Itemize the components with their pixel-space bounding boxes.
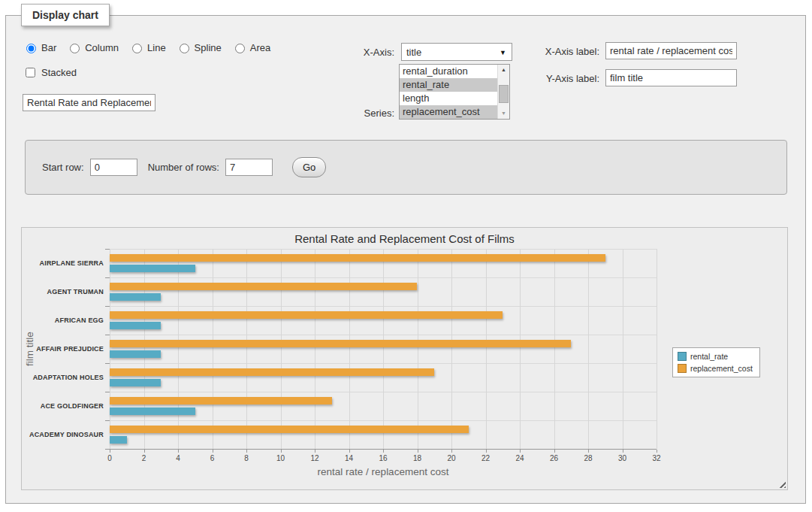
legend-label: rental_rate [690, 352, 728, 361]
category-label: AFFAIR PREJUDICE [24, 345, 104, 353]
chart-type-radio-column[interactable] [70, 44, 80, 53]
chart-type-option-line: Line [128, 41, 166, 53]
chart-plot-area: 02468101214161820222426283032AIRPLANE SI… [110, 249, 657, 449]
bar-rental_rate [110, 293, 161, 301]
x-axis-tick [623, 450, 623, 453]
x-axis-tick-label: 22 [475, 454, 497, 462]
resize-grip[interactable] [777, 480, 786, 488]
chart-type-radio-spline[interactable] [180, 44, 189, 53]
chart-type-radio-line[interactable] [132, 44, 142, 53]
series-scrollbar[interactable]: ▲ ▼ [497, 65, 509, 119]
category-label: ADAPTATION HOLES [24, 374, 104, 381]
x-axis-tick [520, 450, 521, 453]
start-row-input[interactable] [90, 159, 137, 176]
gridline-vertical [657, 249, 657, 449]
x-axis-tick [213, 450, 213, 453]
gridline-vertical [520, 249, 521, 449]
y-axis-title: film title [24, 332, 35, 366]
x-axis-tick-label: 24 [509, 454, 531, 462]
chart-container: Rental Rate and Replacement Cost of Film… [21, 227, 788, 490]
scroll-down-icon[interactable]: ▼ [498, 108, 509, 119]
x-axis-tick [486, 450, 487, 453]
gridline-vertical [383, 249, 384, 449]
gridline-vertical [554, 249, 555, 449]
gridline-vertical [486, 249, 487, 449]
gridline-vertical [281, 249, 282, 449]
chart-type-option-area: Area [231, 41, 270, 53]
category-label: ACADEMY DINOSAUR [24, 431, 104, 438]
legend-swatch-icon [678, 364, 687, 373]
scroll-up-icon[interactable]: ▲ [498, 65, 509, 75]
dropdown-arrow-icon: ▼ [500, 49, 506, 56]
bar-rental_rate [110, 350, 161, 358]
chart-type-option-bar: Bar [23, 41, 56, 53]
chart-type-label: Line [147, 42, 166, 53]
gridline-vertical [623, 249, 623, 449]
x-axis-tick-label: 10 [270, 454, 292, 462]
x-axis-label-input[interactable] [605, 42, 737, 59]
gridline-vertical [213, 249, 213, 449]
legend-entry-rental_rate[interactable]: rental_rate [678, 352, 753, 361]
pager-panel: Start row: Number of rows: Go [25, 140, 787, 195]
number-of-rows-input[interactable] [225, 159, 273, 176]
x-axis-tick-label: 6 [201, 454, 224, 462]
bar-replacement_cost [110, 397, 332, 404]
bar-replacement_cost [110, 283, 417, 290]
go-button[interactable]: Go [292, 157, 326, 177]
x-axis-tick [110, 450, 110, 453]
x-axis-selected-value: title [406, 47, 421, 58]
bar-rental_rate [110, 379, 161, 386]
gridline-vertical [178, 249, 179, 449]
stacked-label: Stacked [41, 67, 77, 78]
x-axis-tick-label: 0 [98, 454, 121, 462]
series-select-label: Series: [323, 108, 394, 119]
chart-legend: rental_ratereplacement_cost [672, 347, 760, 377]
x-axis-select-label: X-Axis: [323, 47, 394, 58]
gridline-vertical [110, 249, 110, 449]
bar-replacement_cost [110, 340, 571, 347]
x-axis-line [105, 449, 657, 450]
x-axis-tick [144, 450, 145, 453]
x-axis-tick [418, 450, 418, 453]
x-axis-tick-label: 18 [406, 454, 429, 462]
category-label: ACE GOLDFINGER [24, 402, 104, 410]
y-axis-label-label: Y-Axis label: [526, 73, 599, 84]
x-axis-select[interactable]: title ▼ [401, 43, 512, 61]
chart-type-label: Bar [41, 42, 56, 53]
x-axis-tick [281, 450, 282, 453]
series-option-rental_rate[interactable]: rental_rate [400, 78, 497, 92]
fieldset-legend: Display chart [21, 4, 110, 26]
gridline-vertical [144, 249, 145, 449]
chart-type-radio-bar[interactable] [26, 44, 36, 53]
chart-type-label: Area [250, 42, 270, 53]
chart-type-radio-area[interactable] [235, 44, 245, 53]
x-axis-tick [383, 450, 384, 453]
x-axis-tick-label: 30 [611, 454, 634, 462]
x-axis-tick [178, 450, 179, 453]
gridline-vertical [315, 249, 315, 449]
chart-title: Rental Rate and Replacement Cost of Film… [22, 232, 787, 245]
x-axis-tick-label: 2 [133, 454, 155, 462]
legend-entry-replacement_cost[interactable]: replacement_cost [678, 364, 753, 373]
bar-rental_rate [110, 436, 127, 444]
gridline-vertical [349, 249, 350, 449]
x-axis-tick [554, 450, 555, 453]
stacked-checkbox[interactable] [26, 68, 35, 77]
x-axis-tick [657, 450, 657, 453]
x-axis-label-label: X-Axis label: [526, 46, 599, 57]
scroll-thumb[interactable] [499, 85, 509, 103]
series-listbox[interactable]: rental_durationrental_ratelengthreplacem… [399, 64, 510, 120]
gridline-vertical [418, 249, 418, 449]
gridline-vertical [246, 249, 247, 449]
chart-title-input[interactable] [23, 94, 155, 111]
bar-rental_rate [110, 322, 161, 329]
series-option-length[interactable]: length [400, 92, 497, 105]
x-axis-tick-label: 4 [167, 454, 189, 462]
chart-type-option-spline: Spline [176, 41, 222, 53]
x-axis-tick-label: 16 [372, 454, 394, 462]
bar-replacement_cost [110, 368, 434, 376]
category-label: AFRICAN EGG [24, 317, 104, 324]
series-option-replacement_cost[interactable]: replacement_cost [400, 105, 497, 119]
series-option-rental_duration[interactable]: rental_duration [400, 65, 497, 78]
y-axis-label-input[interactable] [605, 69, 737, 86]
